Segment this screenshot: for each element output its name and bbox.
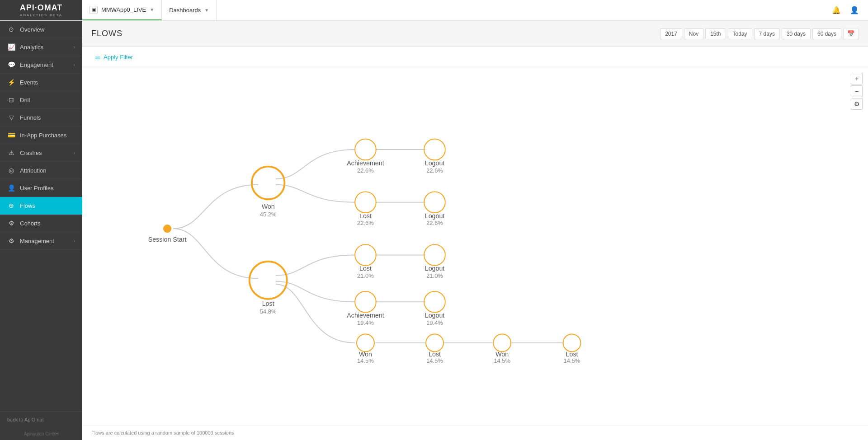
app-tab[interactable]: ▣ MMWApp0_LIVE ▼ xyxy=(82,0,162,20)
zoom-out-button[interactable]: − xyxy=(851,85,863,97)
funnels-icon: ▽ xyxy=(7,114,15,121)
date-btn-15th[interactable]: 15th xyxy=(705,28,726,39)
lost-btm-label: Lost xyxy=(429,351,441,358)
engagement-icon: 💬 xyxy=(7,61,15,68)
date-btn-2017[interactable]: 2017 xyxy=(660,28,682,39)
sidebar-item-flows[interactable]: ⊕ Flows xyxy=(0,197,82,215)
content-area: FLOWS 2017 Nov 15th Today 7 days 30 days… xyxy=(82,21,868,440)
sidebar-item-funnels[interactable]: ▽ Funnels xyxy=(0,109,82,126)
date-btn-nov[interactable]: Nov xyxy=(684,28,703,39)
logo-sub: ANALYTICS BETA xyxy=(20,13,63,18)
apply-filter-label: Apply Filter xyxy=(104,54,133,61)
overview-icon: ⊙ xyxy=(7,26,15,33)
filter-bar: ⚌ Apply Filter xyxy=(82,47,868,67)
management-chevron: › xyxy=(74,239,75,243)
won-btm-label: Won xyxy=(359,351,372,358)
lost-low-pct: 21.0% xyxy=(357,272,374,279)
date-btn-60days[interactable]: 60 days xyxy=(812,28,841,39)
sidebar-item-label: Attribution xyxy=(20,167,47,174)
analytics-icon: 📈 xyxy=(7,43,15,51)
apply-filter-button[interactable]: ⚌ Apply Filter xyxy=(91,51,137,62)
back-to-apiomat[interactable]: back to ApiOmat xyxy=(0,411,82,428)
session-start-label: Session Start xyxy=(148,236,187,243)
sidebar-item-management[interactable]: ⚙ Management › xyxy=(0,232,82,250)
flow-canvas-wrapper: + − ⚙ xyxy=(82,67,868,425)
sidebar-item-attribution[interactable]: ◎ Attribution xyxy=(0,162,82,179)
sidebar-item-label: Cohorts xyxy=(20,220,41,227)
lost-l3-label: Lost xyxy=(566,351,578,358)
won-btm-node[interactable] xyxy=(357,334,374,352)
lost-l3-pct: 14.5% xyxy=(564,357,580,364)
sidebar-item-user-profiles[interactable]: 👤 User Profiles xyxy=(0,179,82,197)
flow-footer: Flows are calculated using a random samp… xyxy=(82,425,868,440)
logo-area: API·OMAT ANALYTICS BETA xyxy=(0,0,82,20)
sidebar-item-in-app-purchases[interactable]: 💳 In-App Purchases xyxy=(0,126,82,144)
flow-diagram: Session Start Won 45.2% Lost 54.8% Achie… xyxy=(82,67,868,425)
analytics-chevron: › xyxy=(74,45,75,50)
page-title: FLOWS xyxy=(91,29,123,38)
main-layout: ⊙ Overview 📈 Analytics › 💬 Engagement › … xyxy=(0,21,868,440)
logout-top-node[interactable] xyxy=(424,139,445,160)
logout-low-pct: 21.0% xyxy=(426,272,443,279)
sidebar-item-events[interactable]: ⚡ Events xyxy=(0,74,82,91)
sidebar-item-label: Analytics xyxy=(20,44,43,51)
session-start-dot xyxy=(163,225,171,233)
sidebar-item-label: In-App Purchases xyxy=(20,132,66,139)
sidebar-item-cohorts[interactable]: ⚙ Cohorts xyxy=(0,215,82,232)
lost-low-node[interactable] xyxy=(355,244,376,266)
lost-l1-label: Lost xyxy=(262,300,274,307)
achievement-top-node[interactable] xyxy=(355,139,376,160)
achievement-top-label: Achievement xyxy=(347,159,384,167)
sidebar-item-label: Flows xyxy=(20,202,35,209)
lost-mid-node[interactable] xyxy=(355,192,376,213)
won-btm-pct: 14.5% xyxy=(357,357,374,364)
cohorts-icon: ⚙ xyxy=(7,220,15,227)
date-btn-30days[interactable]: 30 days xyxy=(782,28,811,39)
date-controls: 2017 Nov 15th Today 7 days 30 days 60 da… xyxy=(660,28,859,39)
logout-mid-node[interactable] xyxy=(424,192,445,213)
sidebar-item-overview[interactable]: ⊙ Overview xyxy=(0,21,82,38)
user-icon[interactable]: 👤 xyxy=(850,6,859,14)
dashboards-chevron: ▼ xyxy=(204,8,209,13)
sidebar-item-analytics[interactable]: 📈 Analytics › xyxy=(0,38,82,56)
topbar: API·OMAT ANALYTICS BETA ▣ MMWApp0_LIVE ▼… xyxy=(0,0,868,21)
drill-icon: ⊟ xyxy=(7,96,15,103)
sidebar-item-crashes[interactable]: ⚠ Crashes › xyxy=(0,144,82,162)
sidebar-item-label: Engagement xyxy=(20,61,53,68)
lost-l3-node[interactable] xyxy=(563,334,581,352)
lost-mid-pct: 22.6% xyxy=(357,220,374,226)
page-header: FLOWS 2017 Nov 15th Today 7 days 30 days… xyxy=(82,21,868,47)
achievement-btm-pct: 19.4% xyxy=(357,319,374,326)
lost-l1-node[interactable] xyxy=(250,262,287,299)
app-icon: ▣ xyxy=(90,6,98,14)
lost-mid-label: Lost xyxy=(359,212,372,220)
won-l1-node[interactable] xyxy=(252,167,285,200)
lost-btm-node[interactable] xyxy=(426,334,443,352)
crashes-icon: ⚠ xyxy=(7,149,15,156)
date-btn-today[interactable]: Today xyxy=(728,28,752,39)
attribution-icon: ◎ xyxy=(7,167,15,174)
date-btn-7days[interactable]: 7 days xyxy=(754,28,780,39)
won-l3-node[interactable] xyxy=(493,334,511,352)
logout-btm-node[interactable] xyxy=(424,291,445,313)
sidebar-item-drill[interactable]: ⊟ Drill xyxy=(0,91,82,109)
bell-icon[interactable]: 🔔 xyxy=(832,6,841,14)
zoom-settings-button[interactable]: ⚙ xyxy=(851,98,863,110)
achievement-top-pct: 22.6% xyxy=(357,167,374,174)
engagement-chevron: › xyxy=(74,62,75,67)
app-tab-chevron: ▼ xyxy=(150,7,154,12)
achievement-btm-node[interactable] xyxy=(355,291,376,313)
sidebar-item-label: User Profiles xyxy=(20,185,53,192)
sidebar: ⊙ Overview 📈 Analytics › 💬 Engagement › … xyxy=(0,21,82,440)
lost-low-label: Lost xyxy=(359,265,372,272)
purchases-icon: 💳 xyxy=(7,131,15,139)
logout-low-node[interactable] xyxy=(424,244,445,266)
dashboards-tab[interactable]: Dashboards ▼ xyxy=(162,0,217,20)
sidebar-item-engagement[interactable]: 💬 Engagement › xyxy=(0,56,82,74)
calendar-button[interactable]: 📅 xyxy=(843,28,859,39)
zoom-in-button[interactable]: + xyxy=(851,73,863,84)
lost-btm-pct: 14.5% xyxy=(426,357,443,364)
won-l1-label: Won xyxy=(262,203,275,210)
sidebar-item-label: Overview xyxy=(20,26,44,33)
won-l3-label: Won xyxy=(495,351,509,358)
